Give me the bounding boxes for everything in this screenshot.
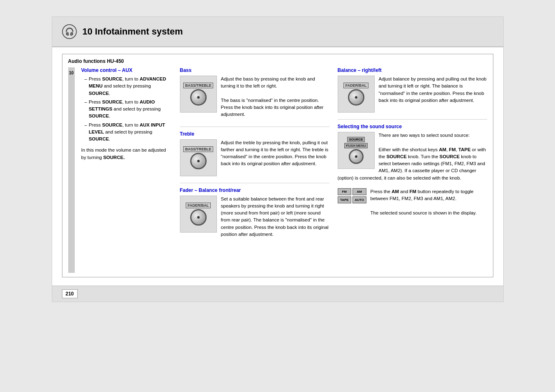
fader-image: FADER/BAL [180,196,217,233]
sidebar-number: 10 [69,71,74,75]
bold-tape: TAPE [458,147,471,152]
volume-footer-text: In this mode the volume can be adjusted … [81,147,172,161]
source-knob [349,149,364,164]
push-menu-label: PUSH MENU [344,143,367,148]
knob-inner [197,96,200,99]
sound-source-section: Selecting the sound source SOURCE PUSH M… [338,124,487,221]
bold-source-turn: SOURCE. [103,155,124,160]
right-column: Balance – right/left FADER/BAL Adjust ba… [338,67,487,242]
balance-title: Balance – right/left [338,67,487,73]
source-label: SOURCE [347,137,364,142]
treble-title: Treble [180,131,329,137]
fader-knob-inner [197,216,200,219]
am-button: AM [352,188,366,195]
three-col-layout: Volume control – AUX – Press SOURCE, tur… [81,67,487,242]
bass-title: Bass [180,67,329,73]
bullet-3-text: Press SOURCE, turn to AUX INPUT LEVEL an… [89,122,172,143]
bold-source-3: SOURCE [102,99,122,104]
bass-image: BASS/TREBLE [180,76,217,113]
buttons-grid: FM AM TAPE AUTO [338,188,366,203]
bold-fm: FM [449,147,456,152]
source-image: SOURCE PUSH MENU [338,132,375,169]
main-content: Volume control – AUX – Press SOURCE, tur… [81,67,487,273]
balance-section: Balance – right/left FADER/BAL Adjust ba… [338,67,487,115]
balance-knob [348,89,364,106]
fader-img-label: FADER/BAL [186,203,211,208]
dash-1: – [85,76,87,97]
section-title: Audio functions HU-450 [68,58,487,64]
am-fm-buttons-area: FM AM TAPE AUTO Press the AM and FM butt… [338,188,487,221]
am-fm-image: FM AM TAPE AUTO [338,188,366,221]
bold-source-knob: SOURCE [387,154,407,159]
treble-image: BASS/TREBLE [180,139,217,176]
bold-advanced: ADVANCED MENU [89,76,166,88]
fader-knob [190,209,207,226]
bold-source-5: SOURCE [102,122,122,127]
sound-source-title: Selecting the sound source [338,124,487,129]
divider-3 [338,119,487,120]
page-number: 210 [62,289,78,298]
content-wrapper: 10 Volume control – AUX – Press SOURCE, … [68,67,487,273]
balance-knob-inner [355,96,357,99]
page-header: 🎧 10 Infotainment system [52,17,503,47]
fader-section: Fader – Balance front/rear FADER/BAL Set… [180,187,329,242]
bold-source-1: SOURCE [102,76,122,81]
treble-content: BASS/TREBLE Adjust the treble by pressin… [180,139,329,179]
bass-content: BASS/TREBLE Adjust the bass by pressing … [180,76,329,122]
sound-source-content: SOURCE PUSH MENU There are two ways to s… [338,132,487,186]
bold-source-4: SOURCE [89,113,109,118]
treble-img-label: BASS/TREBLE [183,146,214,152]
bold-fm2: FM [410,189,417,194]
auto-button: AUTO [352,196,366,203]
volume-control-section: Volume control – AUX – Press SOURCE, tur… [81,67,172,242]
bold-source-6: SOURCE [89,136,109,141]
dash-3: – [85,122,87,143]
bold-am: AM [439,147,447,152]
bold-aux-level: AUX INPUT LEVEL [89,122,165,134]
bullet-1: – Press SOURCE, turn to ADVANCED MENU an… [81,76,172,97]
bold-source-select: SOURCE [440,154,460,159]
page-footer: 210 [52,286,503,302]
tape-button: TAPE [338,196,352,203]
bass-img-label: BASS/TREBLE [183,83,214,88]
bullet-1-text: Press SOURCE, turn to ADVANCED MENU and … [89,76,172,97]
treble-section: Treble BASS/TREBLE Adjust the treble by … [180,131,329,179]
treble-knob-inner [197,160,200,162]
page: 🎧 10 Infotainment system Audio functions… [52,16,504,302]
bold-am2: AM [391,189,399,194]
source-knob-inner [355,155,357,158]
divider-1 [180,127,329,127]
fader-content: FADER/BAL Set a suitable balance between… [180,196,329,242]
mid-column: Bass BASS/TREBLE Adjust the bass by pres… [180,67,329,242]
volume-control-title: Volume control – AUX [81,67,172,73]
am-fm-body: Press the AM and FM button repeatedly to… [371,188,487,217]
treble-knob [190,153,207,169]
sidebar: 10 [68,67,75,273]
page-title: 10 Infotainment system [83,26,183,37]
section-box: Audio functions HU-450 10 Volume control… [62,54,493,277]
balance-img-label: FADER/BAL [343,83,369,88]
bullet-2-text: Press SOURCE, turn to AUDIO SETTINGS and… [89,99,172,120]
bullet-3: – Press SOURCE, turn to AUX INPUT LEVEL … [81,122,172,143]
bold-source-2: SOURCE [89,91,109,96]
volume-control-bullets: – Press SOURCE, turn to ADVANCED MENU an… [81,76,172,143]
balance-image: FADER/BAL [338,76,375,113]
bass-knob [190,89,207,106]
bullet-2: – Press SOURCE, turn to AUDIO SETTINGS a… [81,99,172,120]
chapter-icon: 🎧 [62,24,77,39]
fader-title: Fader – Balance front/rear [180,187,329,193]
fm-button: FM [338,188,352,195]
bass-section: Bass BASS/TREBLE Adjust the bass by pres… [180,67,329,122]
balance-content: FADER/BAL Adjust balance by pressing and… [338,76,487,115]
dash-2: – [85,99,87,120]
divider-2 [180,183,329,183]
